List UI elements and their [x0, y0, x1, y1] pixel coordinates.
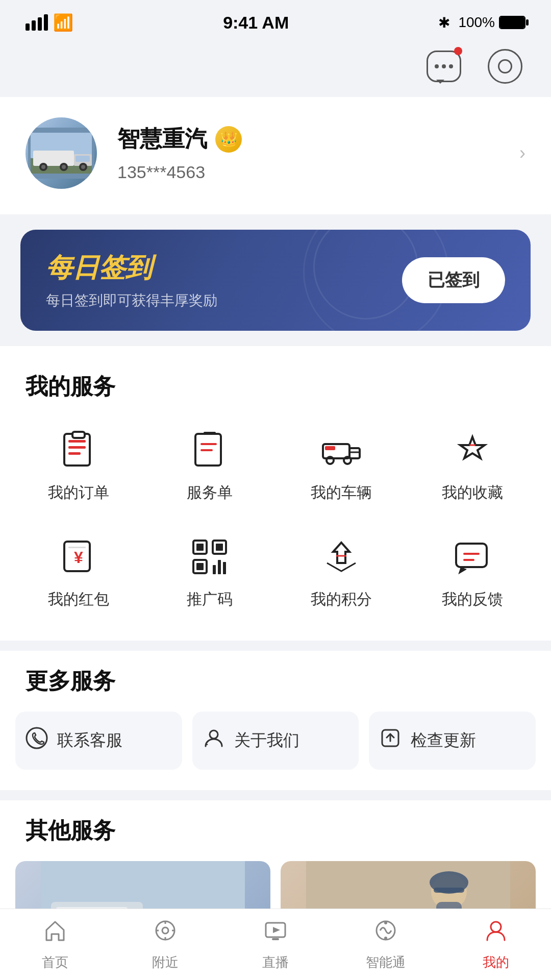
status-bar: 📶 9:41 AM ✱ 100%: [0, 0, 551, 41]
profile-name: 智慧重汽: [117, 124, 207, 154]
svg-point-10: [62, 165, 66, 169]
bluetooth-icon: ✱: [438, 14, 450, 31]
bottom-nav: 首页 附近 直播: [0, 909, 551, 980]
smartpass-icon: [373, 918, 398, 949]
nav-label-nearby: 附近: [152, 953, 179, 971]
svg-point-63: [162, 927, 168, 934]
more-item-customer-service[interactable]: 联系客服: [15, 712, 182, 770]
svg-rect-70: [272, 938, 279, 940]
svg-rect-14: [68, 440, 86, 443]
points-icon: [318, 534, 364, 580]
person-icon: [203, 727, 225, 754]
nav-item-mine[interactable]: 我的: [441, 909, 551, 980]
nearby-icon: [153, 918, 178, 949]
crown-badge: 👑: [215, 126, 242, 153]
profile-arrow-icon[interactable]: ›: [519, 142, 525, 164]
my-services-section: 我的服务 我的订单: [0, 346, 551, 641]
time-display: 9:41 AM: [223, 13, 289, 33]
orders-icon: [56, 427, 102, 473]
profile-info: 智慧重汽 👑 135***4563: [117, 124, 499, 182]
about-us-label: 关于我们: [234, 729, 299, 752]
svg-point-62: [156, 921, 174, 940]
svg-rect-40: [223, 562, 226, 574]
signal-area: 📶: [26, 13, 73, 32]
sign-text-block: 每日签到 每日签到即可获得丰厚奖励: [46, 250, 217, 310]
battery-percent: 100%: [458, 14, 495, 31]
qr-scan-icon: [488, 49, 522, 84]
svg-point-8: [41, 165, 45, 169]
service-item-promo-code[interactable]: 推广码: [147, 524, 273, 620]
svg-rect-37: [196, 563, 204, 570]
favorites-label: 我的收藏: [442, 482, 503, 503]
nav-label-home: 首页: [42, 953, 68, 971]
service-item-points[interactable]: 我的积分: [278, 524, 405, 620]
svg-point-72: [384, 921, 387, 924]
more-item-check-update[interactable]: 检查更新: [369, 712, 536, 770]
promo-code-label: 推广码: [187, 589, 233, 610]
favorites-icon: [449, 427, 495, 473]
svg-rect-23: [349, 448, 360, 458]
profile-phone: 135***4563: [117, 162, 499, 182]
svg-rect-16: [68, 452, 81, 455]
qr-scan-button[interactable]: [485, 46, 525, 87]
service-item-service-orders[interactable]: 服务单: [147, 417, 273, 513]
service-orders-icon: [187, 427, 233, 473]
nav-label-live: 直播: [262, 953, 289, 971]
more-item-about-us[interactable]: 关于我们: [192, 712, 359, 770]
service-item-redpacket[interactable]: ¥ 我的红包: [15, 524, 142, 620]
svg-text:¥: ¥: [74, 548, 83, 567]
profile-section: 智慧重汽 👑 135***4563 ›: [0, 97, 551, 214]
profile-name-row: 智慧重汽 👑: [117, 124, 499, 154]
my-services-grid: 我的订单 服务单: [15, 417, 536, 620]
svg-point-46: [210, 730, 218, 739]
top-action-bar: [0, 41, 551, 97]
nav-item-smartpass[interactable]: 智能通: [331, 909, 441, 980]
crown-icon: 👑: [220, 131, 238, 148]
phone-icon: [26, 727, 48, 754]
service-orders-label: 服务单: [187, 482, 233, 503]
service-item-vehicles[interactable]: 我的车辆: [278, 417, 405, 513]
svg-point-12: [81, 165, 85, 169]
svg-rect-15: [68, 446, 86, 449]
redpacket-icon: ¥: [56, 534, 102, 580]
nav-item-home[interactable]: 首页: [0, 909, 110, 980]
more-services-grid: 联系客服 关于我们 检查更新: [15, 712, 536, 770]
svg-rect-39: [218, 560, 221, 574]
service-item-feedback[interactable]: 我的反馈: [410, 524, 536, 620]
nav-label-mine: 我的: [483, 953, 509, 971]
feedback-label: 我的反馈: [442, 589, 503, 610]
signal-icon: [26, 14, 48, 31]
avatar[interactable]: [26, 117, 97, 189]
points-label: 我的积分: [311, 589, 372, 610]
live-icon: [263, 918, 288, 949]
svg-rect-36: [216, 544, 223, 551]
customer-service-label: 联系客服: [57, 729, 122, 752]
more-services-section: 更多服务 联系客服 关于我们: [0, 651, 551, 790]
svg-rect-6: [76, 156, 90, 162]
check-update-label: 检查更新: [411, 729, 476, 752]
svg-rect-17: [72, 432, 85, 438]
orders-label: 我的订单: [48, 482, 109, 503]
service-item-orders[interactable]: 我的订单: [15, 417, 142, 513]
svg-rect-42: [456, 544, 487, 567]
chat-button[interactable]: [423, 46, 464, 87]
notification-badge: [454, 47, 462, 55]
svg-point-74: [491, 922, 501, 932]
nav-item-nearby[interactable]: 附近: [110, 909, 220, 980]
svg-marker-69: [273, 927, 280, 933]
nav-item-live[interactable]: 直播: [220, 909, 331, 980]
home-icon: [42, 918, 68, 949]
vehicles-icon: [318, 427, 364, 473]
service-item-favorites[interactable]: 我的收藏: [410, 417, 536, 513]
chat-dots: [435, 64, 453, 68]
nav-label-smartpass: 智能通: [366, 953, 406, 971]
vehicles-label: 我的车辆: [311, 482, 372, 503]
sign-button[interactable]: 已签到: [402, 257, 505, 303]
more-services-title: 更多服务: [15, 651, 536, 712]
qr-inner-circle: [498, 59, 512, 74]
sign-banner[interactable]: 每日签到 每日签到即可获得丰厚奖励 已签到: [20, 230, 531, 331]
chat-bubble-icon: [427, 51, 461, 82]
feedback-icon: [449, 534, 495, 580]
svg-point-45: [27, 728, 47, 748]
svg-rect-31: [68, 547, 86, 548]
